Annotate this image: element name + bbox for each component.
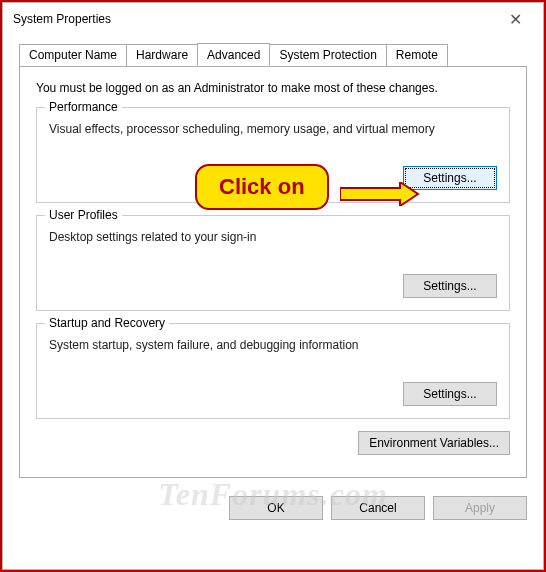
- user-profiles-settings-button[interactable]: Settings...: [403, 274, 497, 298]
- user-profiles-desc: Desktop settings related to your sign-in: [49, 230, 497, 244]
- window-title: System Properties: [13, 12, 111, 26]
- tab-computer-name[interactable]: Computer Name: [19, 44, 127, 67]
- dialog-content: Computer Name Hardware Advanced System P…: [3, 35, 543, 490]
- titlebar: System Properties ✕: [3, 3, 543, 35]
- user-profiles-group: User Profiles Desktop settings related t…: [36, 215, 510, 311]
- apply-button[interactable]: Apply: [433, 496, 527, 520]
- advanced-panel: You must be logged on as an Administrato…: [19, 66, 527, 478]
- close-icon[interactable]: ✕: [495, 10, 535, 29]
- environment-variables-button[interactable]: Environment Variables...: [358, 431, 510, 455]
- startup-group: Startup and Recovery System startup, sys…: [36, 323, 510, 419]
- tab-hardware[interactable]: Hardware: [126, 44, 198, 67]
- tab-strip: Computer Name Hardware Advanced System P…: [19, 43, 527, 66]
- startup-button-row: Settings...: [49, 382, 497, 406]
- startup-title: Startup and Recovery: [45, 316, 169, 330]
- performance-group: Performance Visual effects, processor sc…: [36, 107, 510, 203]
- performance-button-row: Settings...: [49, 166, 497, 190]
- performance-title: Performance: [45, 100, 122, 114]
- tab-advanced[interactable]: Advanced: [197, 43, 270, 66]
- env-row: Environment Variables...: [36, 431, 510, 455]
- performance-desc: Visual effects, processor scheduling, me…: [49, 122, 497, 136]
- admin-note: You must be logged on as an Administrato…: [36, 81, 510, 95]
- startup-settings-button[interactable]: Settings...: [403, 382, 497, 406]
- tab-remote[interactable]: Remote: [386, 44, 448, 67]
- startup-desc: System startup, system failure, and debu…: [49, 338, 497, 352]
- cancel-button[interactable]: Cancel: [331, 496, 425, 520]
- user-profiles-button-row: Settings...: [49, 274, 497, 298]
- dialog-buttons: OK Cancel Apply: [3, 490, 543, 520]
- tab-system-protection[interactable]: System Protection: [269, 44, 386, 67]
- ok-button[interactable]: OK: [229, 496, 323, 520]
- performance-settings-button[interactable]: Settings...: [403, 166, 497, 190]
- system-properties-dialog: System Properties ✕ Computer Name Hardwa…: [2, 2, 544, 570]
- user-profiles-title: User Profiles: [45, 208, 122, 222]
